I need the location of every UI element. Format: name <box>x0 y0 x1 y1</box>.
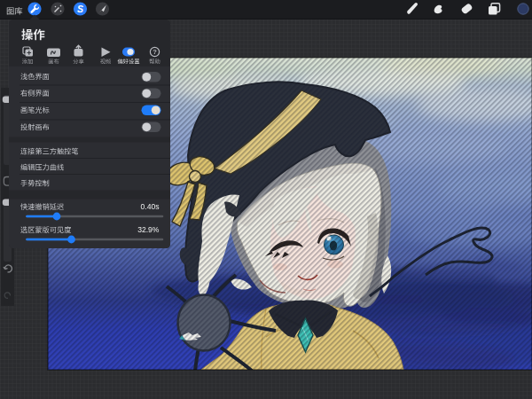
svg-text:0.40s: 0.40s <box>140 202 159 211</box>
svg-text:S: S <box>77 4 83 14</box>
svg-text:?: ? <box>153 48 157 56</box>
svg-text:32.9%: 32.9% <box>137 225 160 234</box>
